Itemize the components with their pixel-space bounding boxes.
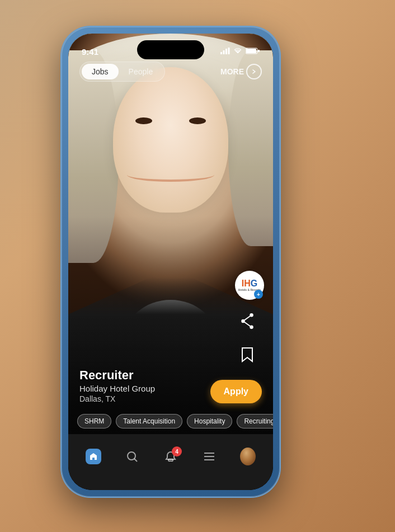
svg-line-10 [243,315,251,321]
tab-people[interactable]: People [119,64,163,79]
plus-badge: + [254,290,263,299]
wifi-icon [233,48,242,56]
more-button[interactable]: MORE [220,64,262,79]
bottom-nav: 4 [68,434,273,490]
bell-icon: 4 [163,449,178,464]
scene: 9:41 [0,0,395,532]
share-button[interactable] [235,309,260,333]
dynamic-island [137,40,204,59]
main-content: Jobs People MORE [68,34,273,490]
nav-search[interactable] [117,444,147,469]
nav-menu[interactable] [195,444,224,469]
home-icon [86,449,101,464]
tab-pills: Jobs People [79,62,165,82]
svg-rect-0 [220,52,222,54]
company-logo-badge[interactable]: IHG Hotels & Resorts + [235,271,264,300]
notification-badge: 4 [172,446,182,456]
tag-shrm[interactable]: SHRM [77,414,111,429]
company-logo-text: IHG [242,279,257,288]
tab-jobs[interactable]: Jobs [82,64,119,79]
tag-talent-acquisition[interactable]: Talent Acquisition [116,414,182,429]
more-circle-icon [246,64,262,79]
svg-line-13 [134,459,137,462]
action-buttons: IHG Hotels & Resorts + [235,271,264,367]
status-time: 9:41 [82,47,98,57]
nav-home[interactable] [79,444,108,469]
home-icon-active-bg [86,449,101,464]
phone-shell: 9:41 [62,27,280,497]
tag-recruiting[interactable]: Recruiting [237,414,273,429]
right-eye [189,117,206,124]
menu-icon [201,449,217,464]
svg-line-11 [243,321,251,327]
svg-rect-5 [246,49,256,53]
apply-button[interactable]: Apply [210,380,262,403]
svg-rect-1 [223,50,225,54]
tags-row: SHRM Talent Acquisition Hospitality Recr… [68,414,273,429]
nav-profile[interactable] [233,444,262,469]
smile [127,168,214,182]
nav-notifications[interactable]: 4 [156,444,185,469]
tag-hospitality[interactable]: Hospitality [187,414,232,429]
search-icon [124,449,140,464]
face [113,67,228,213]
svg-rect-3 [228,48,230,54]
svg-rect-6 [258,50,260,52]
avatar-icon [240,449,256,464]
status-icons [220,48,260,56]
svg-rect-2 [225,49,227,54]
left-eye [135,117,152,124]
phone-screen: 9:41 [68,34,273,490]
nav-tabs: Jobs People MORE [68,62,273,82]
svg-point-12 [128,452,135,460]
bookmark-button[interactable] [235,342,260,367]
signal-bars-icon [220,48,230,56]
battery-icon [246,48,260,56]
